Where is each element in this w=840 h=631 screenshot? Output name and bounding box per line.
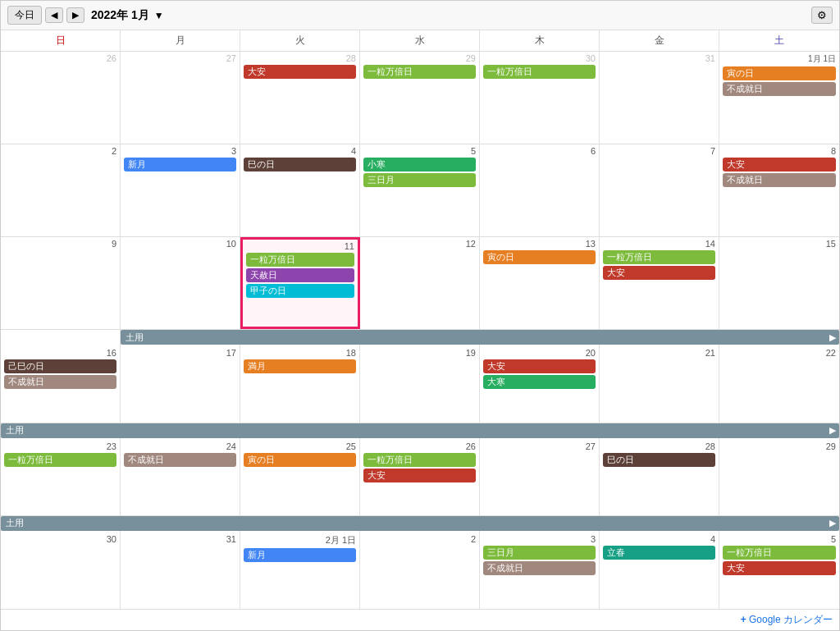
month-dropdown[interactable]: ▼ [154,10,164,21]
day-num-w3-d4: 20 [483,348,596,358]
event-pill-w4-d0-e0[interactable]: 一粒万倍日 [4,453,116,467]
event-pill-w4-d5-e0[interactable]: 巳の日 [603,453,715,467]
event-pill-w5-d5-e0[interactable]: 立春 [603,546,715,560]
event-pill-w2-d2-e2[interactable]: 甲子の日 [246,284,354,298]
day-num-w2-d1: 10 [124,239,236,249]
day-num-w5-d4: 3 [483,534,596,544]
day-num-w1-d1: 3 [124,146,236,156]
event-pill-w0-d3-e0[interactable]: 一粒万倍日 [363,65,476,79]
day-cell-w2-d4[interactable]: 13寅の日 [480,237,600,329]
day-header-monday: 月 [121,30,240,51]
event-pill-w5-d6-e1[interactable]: 大安 [723,561,836,575]
day-num-w3-d5: 21 [603,348,715,358]
day-cell-w1-d2[interactable]: 4巳の日 [240,144,360,236]
day-num-w4-d4: 27 [483,441,596,451]
event-pill-w3-d2-e0[interactable]: 満月 [244,359,356,373]
event-pill-w1-d2-e0[interactable]: 巳の日 [244,158,356,171]
day-cell-w2-d5[interactable]: 14一粒万倍日大安 [600,237,719,329]
event-pill-w4-d2-e0[interactable]: 寅の日 [244,453,356,467]
event-pill-w2-d2-e1[interactable]: 天赦日 [246,268,354,282]
day-cell-w0-d2[interactable]: 28大安 [240,52,360,144]
event-pill-w1-d3-e0[interactable]: 小寒 [363,158,476,171]
event-pill-w1-d6-e1[interactable]: 不成就日 [723,173,836,187]
day-cell-w2-d2[interactable]: 11一粒万倍日天赦日甲子の日 [240,237,360,329]
event-pill-w4-d1-e0[interactable]: 不成就日 [124,453,236,467]
day-num-w2-d6: 15 [723,239,836,249]
day-num-w0-d6: 1月 1日 [723,53,836,65]
event-pill-w0-d6-e1[interactable]: 不成就日 [723,82,836,96]
day-num-w4-d2: 25 [244,441,356,451]
day-cell-w2-d0[interactable]: 9 [1,237,121,329]
day-num-w5-d0: 30 [4,534,116,544]
event-pill-w5-d2-e0[interactable]: 新月 [244,548,356,562]
day-num-w1-d0: 2 [4,146,116,156]
event-pill-w3-d4-e1[interactable]: 大寒 [483,375,596,389]
day-cell-w0-d4[interactable]: 30一粒万倍日 [480,52,600,144]
day-num-w1-d3: 5 [363,146,476,156]
day-cell-w1-d6[interactable]: 8大安不成就日 [719,144,839,236]
day-num-w5-d2: 2月 1日 [244,534,356,546]
week-row-2: 91011一粒万倍日天赦日甲子の日1213寅の日14一粒万倍日大安15 [1,237,839,330]
event-pill-w2-d5-e0[interactable]: 一粒万倍日 [603,250,715,264]
day-cell-w2-d1[interactable]: 10 [121,237,240,329]
day-header-thursday: 木 [480,30,600,51]
day-cell-w2-d3[interactable]: 12 [360,237,480,329]
event-pill-w1-d6-e0[interactable]: 大安 [723,158,836,171]
day-num-w2-d0: 9 [4,239,116,249]
month-title: 2022年 1月 [91,8,149,23]
day-cell-w0-d0[interactable]: 26 [1,52,121,144]
event-pill-w2-d2-e0[interactable]: 一粒万倍日 [246,253,354,267]
day-cell-w0-d5[interactable]: 31 [600,52,719,144]
day-cell-w3-d0[interactable]: 16己巳の日不成就日 [1,330,121,422]
day-num-w3-d0: 16 [4,348,116,358]
event-pill-w3-d0-e1[interactable]: 不成就日 [4,375,116,389]
prev-button[interactable]: ◀ [45,7,63,23]
event-pill-w0-d4-e0[interactable]: 一粒万倍日 [483,65,596,79]
event-pill-w5-d6-e0[interactable]: 一粒万倍日 [723,546,836,560]
day-header-wednesday: 水 [360,30,480,51]
day-num-w3-d2: 18 [244,348,356,358]
event-pill-w2-d5-e1[interactable]: 大安 [603,266,715,280]
day-header-sunday: 日 [1,30,121,51]
event-pill-w5-d4-e1[interactable]: 不成就日 [483,561,596,575]
day-num-w3-d6: 22 [723,348,836,358]
event-pill-w5-d4-e0[interactable]: 三日月 [483,546,596,560]
plus-icon: + [741,614,749,625]
day-cell-w1-d4[interactable]: 6 [480,144,600,236]
week-row-4: 土用▶23一粒万倍日24不成就日25寅の日26一粒万倍日大安2728巳の日29 [1,423,839,516]
day-num-w2-d2: 11 [246,241,354,251]
day-cell-w1-d3[interactable]: 5小寒三日月 [360,144,480,236]
day-num-w2-d4: 13 [483,239,596,249]
span-bar-week-3: 土用▶ [121,330,839,345]
event-pill-w3-d4-e0[interactable]: 大安 [483,359,596,373]
today-button[interactable]: 今日 [7,6,42,25]
day-num-w4-d0: 23 [4,441,116,451]
event-pill-w3-d0-e0[interactable]: 己巳の日 [4,359,116,373]
event-pill-w4-d3-e0[interactable]: 一粒万倍日 [363,453,476,467]
day-cell-w1-d5[interactable]: 7 [600,144,719,236]
day-num-w0-d0: 26 [4,53,116,63]
day-num-w5-d1: 31 [124,534,236,544]
event-pill-w0-d2-e0[interactable]: 大安 [244,65,356,79]
day-cell-w1-d1[interactable]: 3新月 [121,144,240,236]
day-cell-w0-d3[interactable]: 29一粒万倍日 [360,52,480,144]
event-pill-w4-d3-e1[interactable]: 大安 [363,469,476,482]
day-num-w0-d3: 29 [363,53,476,63]
day-cell-w0-d1[interactable]: 27 [121,52,240,144]
week-row-3: 土用▶16己巳の日不成就日1718満月1920大安大寒2122 [1,330,839,423]
event-pill-w1-d3-e1[interactable]: 三日月 [363,173,476,187]
google-calendar-link[interactable]: + Google カレンダー [741,614,833,625]
calendar-container: 今日 ◀ ▶ 2022年 1月 ▼ ⚙ 日 月 火 水 木 金 土 262728… [0,0,840,631]
day-cell-w1-d0[interactable]: 2 [1,144,121,236]
day-cell-w2-d6[interactable]: 15 [719,237,839,329]
event-pill-w0-d6-e0[interactable]: 寅の日 [723,66,836,80]
event-pill-w1-d1-e0[interactable]: 新月 [124,158,236,171]
day-num-w5-d6: 5 [723,534,836,544]
event-pill-w2-d4-e0[interactable]: 寅の日 [483,250,596,264]
day-cell-w0-d6[interactable]: 1月 1日寅の日不成就日 [719,52,839,144]
day-num-w2-d3: 12 [363,239,476,249]
day-num-w5-d5: 4 [603,534,715,544]
next-button[interactable]: ▶ [66,7,84,23]
settings-button[interactable]: ⚙ [811,7,833,24]
day-num-w4-d3: 26 [363,441,476,451]
